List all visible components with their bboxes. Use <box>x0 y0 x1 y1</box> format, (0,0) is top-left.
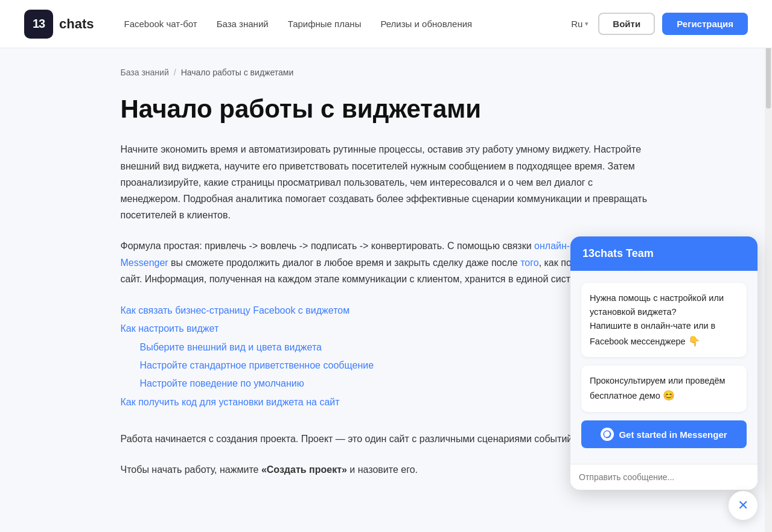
nav-link-facebook[interactable]: Facebook чат-бот <box>124 19 197 29</box>
nav-link-knowledge[interactable]: База знаний <box>217 19 269 29</box>
register-button[interactable]: Регистрация <box>662 13 748 35</box>
breadcrumb: База знаний / Начало работы с виджетами <box>121 68 652 77</box>
chat-message-1: Нужна помощь с настройкой или установкой… <box>581 283 747 357</box>
messenger-icon <box>601 428 614 441</box>
messenger-btn-label: Get started in Messenger <box>619 429 727 440</box>
article-paragraph-1: Начните экономить время и автоматизирова… <box>121 141 652 223</box>
chat-body: Нужна помощь с настройкой или установкой… <box>570 271 758 464</box>
scrollbar[interactable] <box>765 0 772 532</box>
chat-message-2: Проконсультируем или проведём бесплатное… <box>581 366 747 412</box>
emoji-smile: 😊 <box>663 390 675 401</box>
emoji-point: 👇 <box>688 336 700 346</box>
nav-link-releases[interactable]: Релизы и обновления <box>380 19 472 29</box>
breadcrumb-separator: / <box>174 68 176 77</box>
chat-header: 13chats Team <box>570 236 758 271</box>
nav-link-pricing[interactable]: Тарифные планы <box>288 19 362 29</box>
chat-input-area <box>570 464 758 490</box>
chat-close-button[interactable]: ✕ <box>729 491 758 520</box>
navbar: 13 chats Facebook чат-бот База знаний Та… <box>0 0 772 48</box>
page-title: Начало работы с виджетами <box>121 94 652 124</box>
chat-widget: 13chats Team Нужна помощь с настройкой и… <box>570 236 758 490</box>
chevron-down-icon: ▾ <box>585 20 589 28</box>
breadcrumb-current: Начало работы с виджетами <box>181 68 294 77</box>
logo-icon: 13 <box>24 10 53 39</box>
link-togo[interactable]: того <box>520 258 538 268</box>
nav-links: Facebook чат-бот База знаний Тарифные пл… <box>124 19 571 29</box>
lang-selector[interactable]: Ru ▾ <box>571 19 589 29</box>
logo[interactable]: 13 chats <box>24 10 94 39</box>
logo-text: chats <box>59 16 94 32</box>
login-button[interactable]: Войти <box>598 13 655 35</box>
chat-input[interactable] <box>579 472 749 482</box>
breadcrumb-root[interactable]: База знаний <box>121 68 169 77</box>
chat-team-name: 13chats Team <box>582 247 654 259</box>
close-icon: ✕ <box>738 498 748 513</box>
messenger-button[interactable]: Get started in Messenger <box>581 420 747 448</box>
